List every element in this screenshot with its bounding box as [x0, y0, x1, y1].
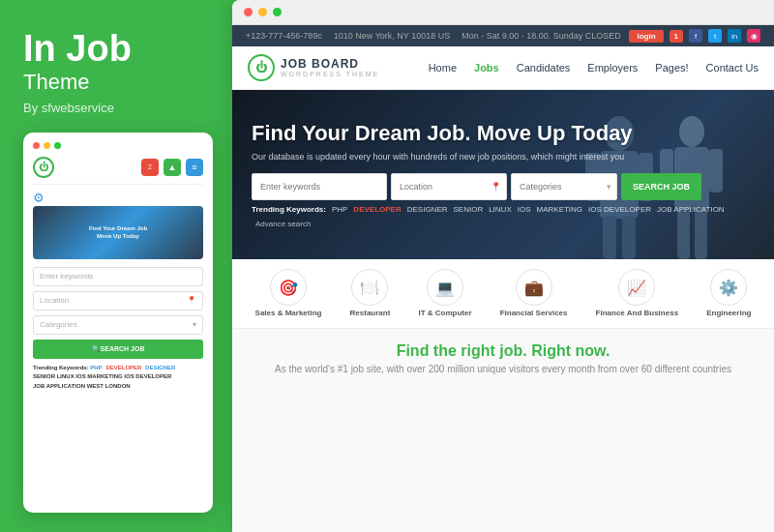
twitter-icon[interactable]: t [708, 29, 722, 43]
mock-dots [33, 142, 61, 149]
trending-bar: Trending Keywords: PHP DEVELOPER DESIGNE… [252, 205, 755, 228]
browser-dot-yellow[interactable] [258, 8, 267, 16]
nav-jobs[interactable]: Jobs [474, 62, 499, 74]
mock-notifications-icon[interactable]: 2 [141, 159, 159, 176]
browser-dot-green[interactable] [273, 8, 282, 16]
search-categories-wrapper: ▾ [511, 173, 617, 200]
facebook-icon[interactable]: f [689, 29, 702, 43]
brand-title: In Job [23, 29, 213, 70]
location-pin-icon: 📍 [491, 182, 501, 192]
login-button[interactable]: login [629, 30, 663, 43]
browser-dot-red[interactable] [244, 8, 253, 16]
trending-developer: DEVELOPER [353, 205, 401, 214]
trending-ios-developer: IOS DEVELOPER [588, 205, 651, 214]
nav-contact[interactable]: Contact Us [706, 62, 759, 74]
category-financial-services[interactable]: 💼 Financial Services [500, 269, 568, 318]
search-keywords-input[interactable] [252, 173, 387, 200]
site-topbar: +123-777-456-789c 1010 New York, NY 1001… [232, 25, 774, 46]
mock-categories-input[interactable]: Categories ▾ [33, 315, 203, 335]
search-bar: 📍 ▾ SEARCH JOB [252, 173, 755, 200]
bottom-title: Find the right job. Right now. [397, 342, 610, 360]
category-finance-business[interactable]: 📈 Finance And Business [596, 269, 679, 318]
categories-arrow-icon: ▾ [193, 320, 196, 329]
trending-designer: DESIGNER [145, 365, 175, 370]
hero-section: Find Your Dream Job. Move Up Today Our d… [232, 90, 774, 259]
mock-hero-text: Find Your Dream JobMove Up Today [89, 224, 147, 241]
search-location-wrapper: 📍 [391, 173, 507, 200]
search-categories-input[interactable] [511, 173, 617, 200]
bottom-highlight: right job. [461, 342, 526, 359]
trending-php: PHP [90, 365, 102, 370]
mock-search-button[interactable]: 🔍 SEARCH JOB [33, 340, 203, 359]
left-panel: In Job Theme By sfwebservice ⏻ 2 ▲ ≡ ⚙ F… [0, 0, 232, 532]
finance-business-icon: 📈 [618, 269, 655, 306]
trending-tags-3: JOB APPLICATION WEST LONDON [33, 383, 131, 389]
trending-label: Trending Keywords: [252, 205, 326, 214]
trending-developer: DEVELOPER [105, 365, 141, 370]
financial-services-icon: 💼 [516, 269, 552, 306]
bottom-subtitle: As the world's #1 job site, with over 20… [275, 364, 731, 374]
search-location-input[interactable] [391, 173, 507, 200]
nav-logo-text: JOB BOARD WORDPRESS THEME [281, 58, 379, 78]
categories-arrow-icon: ▾ [607, 182, 611, 192]
post-job-badge[interactable]: 1 [670, 30, 683, 43]
trending-senior: SENIOR [454, 205, 484, 214]
categories-row: 🎯 Sales & Marketing 🍽️ Restaurant 💻 IT &… [232, 259, 774, 329]
advance-search-link[interactable]: Advance search [255, 220, 311, 228]
category-label: Financial Services [500, 309, 568, 318]
trending-php: PHP [332, 205, 347, 214]
nav-pages[interactable]: Pages! [655, 62, 688, 74]
topbar-address: 1010 New York, NY 10018 US [334, 31, 450, 41]
mock-topbar [33, 142, 203, 149]
category-label: Engineering [706, 309, 751, 318]
trending-marketing: MARKETING [537, 205, 583, 214]
dot-yellow [44, 142, 50, 149]
category-it-computer[interactable]: 💻 IT & Computer [418, 269, 471, 318]
mock-menu-icon[interactable]: ≡ [186, 159, 203, 176]
linkedin-icon[interactable]: in [728, 29, 741, 43]
category-engineering[interactable]: ⚙️ Engineering [706, 269, 751, 318]
trending-designer: DESIGNER [407, 205, 448, 214]
site-nav: ⏻ JOB BOARD WORDPRESS THEME Home Jobs Ca… [232, 46, 774, 90]
trending-ios: IOS [518, 205, 531, 214]
nav-logo: ⏻ JOB BOARD WORDPRESS THEME [248, 54, 379, 81]
topbar-left: +123-777-456-789c 1010 New York, NY 1001… [246, 31, 621, 41]
browser-chrome [232, 0, 774, 25]
mock-logo-icon: ⏻ [33, 157, 54, 178]
bottom-section: Find the right job. Right now. As the wo… [232, 329, 774, 532]
browser-content: +123-777-456-789c 1010 New York, NY 1001… [232, 25, 774, 532]
nav-links: Home Jobs Candidates Employers Pages! Co… [429, 62, 759, 74]
nav-home[interactable]: Home [429, 62, 457, 74]
hero-title: Find Your Dream Job. Move Up Today [252, 121, 755, 146]
nav-logo-icon: ⏻ [248, 54, 275, 81]
trending-linux: LINUX [489, 205, 512, 214]
mock-hero-image: Find Your Dream JobMove Up Today [33, 206, 203, 259]
mock-trending: Trending Keywords: PHP DEVELOPER DESIGNE… [33, 364, 203, 392]
topbar-hours: Mon - Sat 9.00 - 18.00. Sunday CLOSED [461, 31, 621, 41]
category-sales-marketing[interactable]: 🎯 Sales & Marketing [255, 269, 322, 318]
hero-content: Find Your Dream Job. Move Up Today Our d… [232, 121, 774, 227]
mobile-mockup: ⏻ 2 ▲ ≡ ⚙ Find Your Dream JobMove Up Tod… [23, 133, 213, 513]
mock-gear-icon[interactable]: ⚙ [33, 191, 48, 206]
search-button[interactable]: SEARCH JOB [621, 173, 701, 200]
location-pin-icon: 📍 [187, 296, 196, 305]
topbar-right: login 1 f t in ◉ [629, 29, 760, 43]
mock-icons: 2 ▲ ≡ [141, 159, 203, 176]
nav-employers[interactable]: Employers [587, 62, 638, 74]
trending-tags-2: SENIOR LINUX IOS MARKETING IOS DEVELOPER [33, 373, 171, 379]
category-label: Sales & Marketing [255, 309, 322, 318]
category-restaurant[interactable]: 🍽️ Restaurant [350, 269, 391, 318]
brand-subtitle: Theme [23, 70, 213, 95]
nav-candidates[interactable]: Candidates [517, 62, 571, 74]
hero-subtitle: Our database is updated every hour with … [252, 152, 755, 162]
dot-green [54, 142, 61, 149]
mock-keywords-input[interactable]: Enter keywords [33, 267, 203, 286]
mock-location-input[interactable]: Location 📍 [33, 291, 203, 310]
restaurant-icon: 🍽️ [351, 269, 388, 306]
engineering-icon: ⚙️ [710, 269, 747, 306]
instagram-icon[interactable]: ◉ [747, 29, 760, 43]
sales-marketing-icon: 🎯 [270, 269, 307, 306]
mock-header: ⏻ 2 ▲ ≡ [33, 157, 203, 185]
mock-user-icon[interactable]: ▲ [164, 159, 181, 176]
category-label: Finance And Business [596, 309, 679, 318]
